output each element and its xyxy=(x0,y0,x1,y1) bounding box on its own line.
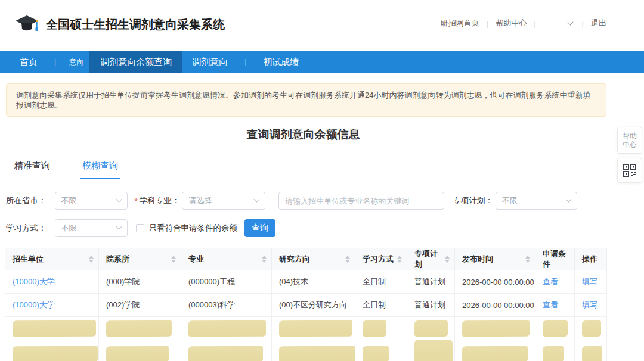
col-header-major[interactable]: 专业 xyxy=(181,248,272,270)
required-mark: * xyxy=(135,197,138,206)
redaction-blob xyxy=(414,320,448,336)
table-cell: 全日制 xyxy=(355,270,407,294)
study-mode-label: 学习方式： xyxy=(6,223,47,234)
view-condition-link[interactable]: 查看 xyxy=(535,294,575,317)
redaction-blob xyxy=(106,320,172,336)
redaction-blob xyxy=(543,346,564,361)
tab-fuzzy-query[interactable]: 模糊查询 xyxy=(80,160,120,179)
table-cell: (000000)工程 xyxy=(181,270,272,294)
sort-icon[interactable] xyxy=(262,256,267,263)
chevron-down-icon xyxy=(567,20,573,26)
table-cell: 普通计划 xyxy=(407,294,455,317)
redaction-blob xyxy=(13,346,98,361)
chevron-down-icon xyxy=(254,196,260,202)
table-row-redacted xyxy=(5,317,607,340)
sort-icon[interactable] xyxy=(525,256,530,263)
sort-icon[interactable] xyxy=(445,256,450,263)
user-menu[interactable] xyxy=(543,22,575,24)
search-button[interactable]: 查询 xyxy=(244,219,275,237)
filter-row-2: 学习方式： 不限 只看符合申请条件的余额 查询 xyxy=(6,219,644,237)
brand: 全国硕士生招生调剂意向采集系统 xyxy=(15,14,225,35)
query-tabs: 精准查询 模糊查询 xyxy=(6,160,606,179)
divider: | xyxy=(487,19,488,28)
province-select[interactable]: 不限 xyxy=(55,192,128,210)
table-cell: 2026-00-00 00:00:00 xyxy=(455,270,535,294)
province-label: 所在省市： xyxy=(6,195,47,206)
tab-precise-query[interactable]: 精准查询 xyxy=(12,160,52,179)
chevron-down-icon xyxy=(116,223,122,229)
table-cell: (04)技术 xyxy=(272,270,355,294)
col-header-unit[interactable]: 招生单位 xyxy=(5,248,99,270)
study-mode-select[interactable]: 不限 xyxy=(55,219,128,237)
only-eligible-checkbox[interactable] xyxy=(136,224,144,232)
main-nav: 首页 | 意向 调剂意向余额查询 调剂意向 | 初试成绩 xyxy=(0,51,644,73)
sort-icon[interactable] xyxy=(89,256,94,263)
nav-item-exam-score[interactable]: 初试成绩 xyxy=(253,51,308,73)
unit-link[interactable]: (10000)大学 xyxy=(5,294,99,317)
redaction-blob xyxy=(13,320,96,336)
keyword-input[interactable] xyxy=(278,192,444,210)
col-header-department[interactable]: 院系所 xyxy=(99,248,181,270)
col-header-study-mode[interactable]: 学习方式 xyxy=(355,248,407,270)
unit-link[interactable]: (10000)大学 xyxy=(5,270,99,294)
table-cell: (000)学院 xyxy=(99,270,181,294)
nav-item-adjust-intention[interactable]: 调剂意向 xyxy=(182,51,237,73)
table-cell: 普通计划 xyxy=(407,270,455,294)
table-cell: (000003)科学 xyxy=(181,294,272,317)
sort-icon[interactable] xyxy=(171,256,176,263)
help-center-link[interactable]: 帮助中心 xyxy=(496,18,527,29)
only-eligible-checkbox-group[interactable]: 只看符合申请条件的余额 xyxy=(136,223,238,234)
table-cell: (00)不区分研究方向 xyxy=(272,294,355,317)
nav-divider: | xyxy=(237,51,253,73)
table-cell: 全日制 xyxy=(355,294,407,317)
subject-label: 学科专业： xyxy=(140,195,180,206)
table-row: (10000)大学 (000)学院 (000000)工程 (04)技术 全日制 … xyxy=(5,270,607,294)
results-table: 招生单位 院系所 专业 研究方向 学习方式 专项计划 发布时间 申请条件 操作 … xyxy=(5,248,607,361)
nav-item-intention[interactable]: 意向 xyxy=(63,51,89,73)
filter-row-1: 所在省市： 不限 * 学科专业： 请选择 专项计划： 不限 xyxy=(6,192,644,210)
col-header-publish-time[interactable]: 发布时间 xyxy=(455,248,535,270)
fill-link[interactable]: 填写 xyxy=(575,270,607,294)
top-links: 研招网首页 | 帮助中心 | | 退出 xyxy=(441,18,606,29)
float-help-center-button[interactable]: 帮助中心 xyxy=(617,127,642,154)
float-help-label: 帮助中心 xyxy=(621,132,638,150)
redaction-blob xyxy=(279,320,352,336)
nav-item-home[interactable]: 首页 xyxy=(10,51,47,73)
logout-link[interactable]: 退出 xyxy=(591,18,606,29)
float-qr-code-button[interactable] xyxy=(617,158,642,183)
redaction-blob xyxy=(414,340,453,361)
table-cell: 2026-00-00 00:00:00 xyxy=(455,294,535,317)
divider: | xyxy=(582,19,584,28)
sort-icon[interactable] xyxy=(345,256,350,263)
only-eligible-label: 只看符合申请条件的余额 xyxy=(149,223,238,234)
redaction-blob xyxy=(543,320,568,336)
redaction-blob xyxy=(582,346,602,361)
view-condition-link[interactable]: 查看 xyxy=(535,270,575,294)
subject-select[interactable]: 请选择 xyxy=(182,192,265,210)
redaction-blob xyxy=(462,320,530,336)
table-row: (10000)大学 (002)学院 (000003)科学 (00)不区分研究方向… xyxy=(5,294,607,317)
redaction-blob xyxy=(363,346,389,361)
fill-link[interactable]: 填写 xyxy=(575,294,607,317)
special-plan-select[interactable]: 不限 xyxy=(496,192,577,210)
redaction-blob xyxy=(106,346,169,361)
chevron-down-icon xyxy=(116,196,122,202)
nav-item-balance-query[interactable]: 调剂意向余额查询 xyxy=(89,51,182,73)
results-table-wrap: 招生单位 院系所 专业 研究方向 学习方式 专项计划 发布时间 申请条件 操作 … xyxy=(5,248,606,361)
redaction-blob xyxy=(363,320,386,336)
sort-icon[interactable] xyxy=(397,256,402,263)
col-header-special-plan[interactable]: 专项计划 xyxy=(407,248,455,270)
redaction-blob xyxy=(582,320,601,336)
yanzhao-home-link[interactable]: 研招网首页 xyxy=(441,18,479,29)
divider: | xyxy=(534,19,535,28)
nav-divider: | xyxy=(47,51,63,73)
table-header-row: 招生单位 院系所 专业 研究方向 学习方式 专项计划 发布时间 申请条件 操作 xyxy=(5,248,607,270)
redaction-blob xyxy=(188,320,266,336)
top-bar: 全国硕士生招生调剂意向采集系统 研招网首页 | 帮助中心 | | 退出 xyxy=(0,0,644,51)
special-plan-label: 专项计划： xyxy=(453,195,493,206)
redaction-blob xyxy=(462,346,528,361)
redaction-blob xyxy=(188,346,263,361)
app-title: 全国硕士生招生调剂意向采集系统 xyxy=(46,17,225,33)
col-header-direction[interactable]: 研究方向 xyxy=(272,248,355,270)
graduation-cap-icon xyxy=(15,14,40,35)
